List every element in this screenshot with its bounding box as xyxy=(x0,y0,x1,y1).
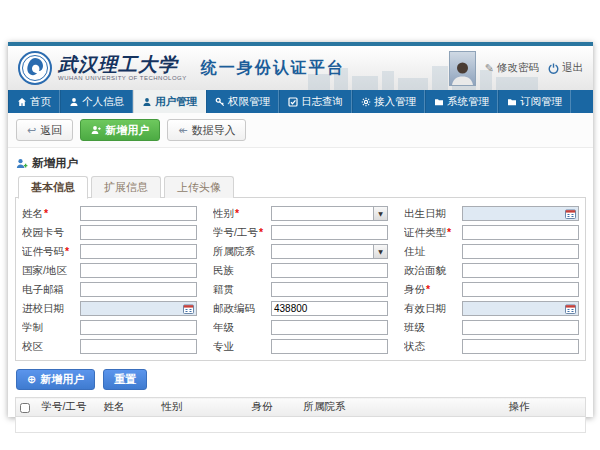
folder-icon xyxy=(434,97,444,107)
form-field-major: 专业 xyxy=(213,339,388,354)
nav-item-label: 首页 xyxy=(30,95,51,109)
student-staff-no-input[interactable] xyxy=(271,225,388,240)
tab-extended-info[interactable]: 扩展信息 xyxy=(91,176,161,198)
reset-button[interactable]: 重置 xyxy=(103,369,147,390)
native-place-input[interactable] xyxy=(271,282,388,297)
avatar-photo xyxy=(451,59,474,85)
nav-item-system-management[interactable]: 系统管理 xyxy=(425,90,498,113)
calendar-icon[interactable] xyxy=(183,304,194,314)
field-label: 住址 xyxy=(404,245,425,257)
column-header: 身份 xyxy=(248,398,300,417)
entry-date-input[interactable] xyxy=(80,301,197,316)
select-all-cell xyxy=(16,398,38,417)
content-area: 新增用户 基本信息扩展信息上传头像 姓名*性别*▼出生日期校园卡号学号/工号*证… xyxy=(15,153,586,433)
address-input[interactable] xyxy=(462,244,579,259)
political-status-input[interactable] xyxy=(462,263,579,278)
birth-date-input[interactable] xyxy=(462,206,579,221)
email-input[interactable] xyxy=(80,282,197,297)
users-table-empty-row xyxy=(16,417,586,433)
campus-input[interactable] xyxy=(80,339,197,354)
pencil-icon: ✎ xyxy=(485,62,494,75)
toolbar: ↩ 返回 新增用户 ↞ 数据导入 xyxy=(8,113,593,148)
field-label: 出生日期 xyxy=(404,207,446,219)
form-field-id-type: 证件类型* xyxy=(404,225,579,240)
postal-code-input[interactable] xyxy=(271,301,388,316)
ethnicity-input[interactable] xyxy=(271,263,388,278)
form-field-gender: 性别*▼ xyxy=(213,206,388,221)
field-label: 邮政编码 xyxy=(213,302,255,314)
field-label: 年级 xyxy=(213,321,234,333)
identity-input[interactable] xyxy=(462,282,579,297)
department-select[interactable]: ▼ xyxy=(271,244,388,259)
form-field-entry-date: 进校日期 xyxy=(22,301,197,316)
logout-label: 退出 xyxy=(562,61,583,75)
tab-basic-info[interactable]: 基本信息 xyxy=(18,176,88,199)
required-asterisk: * xyxy=(44,207,48,219)
chevron-down-icon[interactable]: ▼ xyxy=(373,207,387,220)
user-avatar[interactable] xyxy=(449,51,476,86)
schooling-length-input[interactable] xyxy=(80,320,197,335)
form-tabs: 基本信息扩展信息上传头像 xyxy=(15,176,586,198)
change-password-link[interactable]: ✎ 修改密码 xyxy=(485,61,539,75)
field-label: 有效日期 xyxy=(404,302,446,314)
name-input[interactable] xyxy=(80,206,197,221)
calendar-icon[interactable] xyxy=(565,209,576,219)
submit-add-user-button[interactable]: ⊕ 新增用户 xyxy=(16,369,95,390)
country-region-input[interactable] xyxy=(80,263,197,278)
column-header: 性别 xyxy=(158,398,248,417)
new-user-form: 姓名*性别*▼出生日期校园卡号学号/工号*证件类型*证件号码*所属院系▼住址国家… xyxy=(22,206,579,354)
field-label: 政治面貌 xyxy=(404,264,446,276)
nav-item-subscription-management[interactable]: 订阅管理 xyxy=(498,90,571,113)
university-name-en: WUHAN UNIVERSITY OF TECHNOLOGY xyxy=(58,75,187,81)
nav-item-label: 日志查询 xyxy=(301,95,343,109)
plus-circle-icon: ⊕ xyxy=(27,374,36,385)
form-field-campus: 校区 xyxy=(22,339,197,354)
data-import-button[interactable]: ↞ 数据导入 xyxy=(167,119,246,141)
add-user-label: 新增用户 xyxy=(105,123,149,138)
class-input[interactable] xyxy=(462,320,579,335)
field-label: 证件号码 xyxy=(22,245,64,257)
nav-item-permission-management[interactable]: 权限管理 xyxy=(206,90,279,113)
logout-link[interactable]: 退出 xyxy=(548,61,583,75)
add-user-section-icon xyxy=(16,158,28,169)
id-number-input[interactable] xyxy=(80,244,197,259)
form-field-name: 姓名* xyxy=(22,206,197,221)
column-header: 操作 xyxy=(505,398,586,417)
grade-input[interactable] xyxy=(271,320,388,335)
field-label: 国家/地区 xyxy=(22,264,67,276)
university-logo xyxy=(18,51,52,85)
form-field-political-status: 政治面貌 xyxy=(404,263,579,278)
user-icon xyxy=(69,97,79,107)
calendar-icon[interactable] xyxy=(565,304,576,314)
field-label: 身份 xyxy=(404,283,425,295)
nav-item-user-management[interactable]: 用户管理 xyxy=(133,90,206,113)
form-field-id-number: 证件号码* xyxy=(22,244,197,259)
user-plus-icon xyxy=(91,125,101,135)
back-button[interactable]: ↩ 返回 xyxy=(16,119,73,141)
major-input[interactable] xyxy=(271,339,388,354)
nav-item-home[interactable]: 首页 xyxy=(8,90,60,113)
valid-date-input[interactable] xyxy=(462,301,579,316)
form-field-postal-code: 邮政编码 xyxy=(213,301,388,316)
chevron-down-icon[interactable]: ▼ xyxy=(373,245,387,258)
nav-item-profile[interactable]: 个人信息 xyxy=(60,90,133,113)
nav-item-label: 接入管理 xyxy=(374,95,416,109)
tab-upload-avatar[interactable]: 上传头像 xyxy=(164,176,234,198)
nav-item-label: 系统管理 xyxy=(447,95,489,109)
main-nav: 首页个人信息用户管理权限管理日志查询接入管理系统管理订阅管理 xyxy=(8,90,593,113)
nav-item-access-management[interactable]: 接入管理 xyxy=(352,90,425,113)
campus-card-no-input[interactable] xyxy=(80,225,197,240)
required-asterisk: * xyxy=(235,207,239,219)
id-type-input[interactable] xyxy=(462,225,579,240)
log-icon xyxy=(288,97,298,107)
back-label: 返回 xyxy=(40,123,62,138)
gender-select[interactable]: ▼ xyxy=(271,206,388,221)
add-user-button[interactable]: 新增用户 xyxy=(80,119,160,141)
status-input[interactable] xyxy=(462,339,579,354)
form-field-native-place: 籍贯 xyxy=(213,282,388,297)
users-icon xyxy=(142,97,152,107)
column-header: 姓名 xyxy=(100,398,158,417)
select-all-checkbox[interactable] xyxy=(20,403,30,413)
nav-item-log-query[interactable]: 日志查询 xyxy=(279,90,352,113)
form-field-address: 住址 xyxy=(404,244,579,259)
